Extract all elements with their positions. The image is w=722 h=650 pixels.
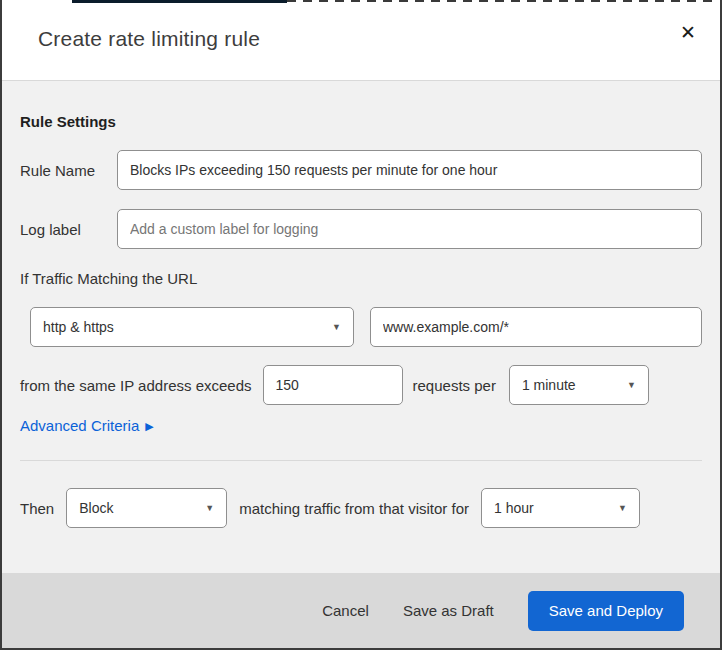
close-icon[interactable]: ✕ (674, 18, 702, 46)
traffic-matching-heading: If Traffic Matching the URL (20, 270, 702, 288)
threshold-row: from the same IP address exceeds request… (20, 365, 702, 405)
rule-settings-heading: Rule Settings (20, 113, 702, 131)
dialog-title: Create rate limiting rule (38, 27, 260, 51)
then-label: Then (20, 500, 54, 517)
dialog-header: Create rate limiting rule ✕ (2, 4, 720, 81)
period-select[interactable]: 1 minute ▼ (509, 365, 649, 405)
section-divider (20, 460, 702, 461)
advanced-criteria-link[interactable]: Advanced Criteria ▶ (20, 417, 154, 435)
rule-name-row: Rule Name (20, 150, 702, 190)
background-bar-fragment (72, 0, 287, 3)
rule-name-input[interactable] (117, 150, 702, 190)
log-label-label: Log label (20, 221, 117, 238)
period-select-value: 1 minute (522, 377, 576, 393)
action-select[interactable]: Block ▼ (66, 488, 227, 528)
log-label-input[interactable] (117, 209, 702, 249)
background-dashed-fragment (287, 0, 718, 2)
threshold-prefix-text: from the same IP address exceeds (20, 377, 252, 394)
rule-name-label: Rule Name (20, 162, 117, 179)
url-match-row: http & https ▼ (20, 307, 702, 347)
then-row: Then Block ▼ matching traffic from that … (20, 488, 702, 528)
cancel-button[interactable]: Cancel (322, 602, 369, 619)
request-count-input[interactable] (263, 365, 403, 405)
chevron-down-icon: ▼ (205, 504, 214, 513)
scheme-select[interactable]: http & https ▼ (30, 307, 354, 347)
advanced-criteria-label: Advanced Criteria (20, 417, 139, 435)
dialog-footer: Cancel Save as Draft Save and Deploy (2, 573, 720, 648)
duration-select[interactable]: 1 hour ▼ (481, 488, 640, 528)
chevron-down-icon: ▼ (627, 381, 636, 390)
duration-select-value: 1 hour (494, 500, 534, 516)
chevron-down-icon: ▼ (332, 323, 341, 332)
create-rate-limiting-rule-dialog: Create rate limiting rule ✕ Rule Setting… (0, 0, 722, 650)
save-and-deploy-button[interactable]: Save and Deploy (528, 591, 684, 631)
url-pattern-input[interactable] (370, 307, 702, 347)
log-label-row: Log label (20, 209, 702, 249)
chevron-right-icon: ▶ (145, 421, 153, 432)
save-as-draft-button[interactable]: Save as Draft (403, 602, 494, 619)
threshold-middle-text: requests per (413, 377, 496, 394)
chevron-down-icon: ▼ (618, 504, 627, 513)
action-select-value: Block (79, 500, 113, 516)
scheme-select-value: http & https (43, 319, 114, 335)
dialog-body: Rule Settings Rule Name Log label If Tra… (2, 81, 720, 573)
then-middle-text: matching traffic from that visitor for (239, 500, 469, 517)
